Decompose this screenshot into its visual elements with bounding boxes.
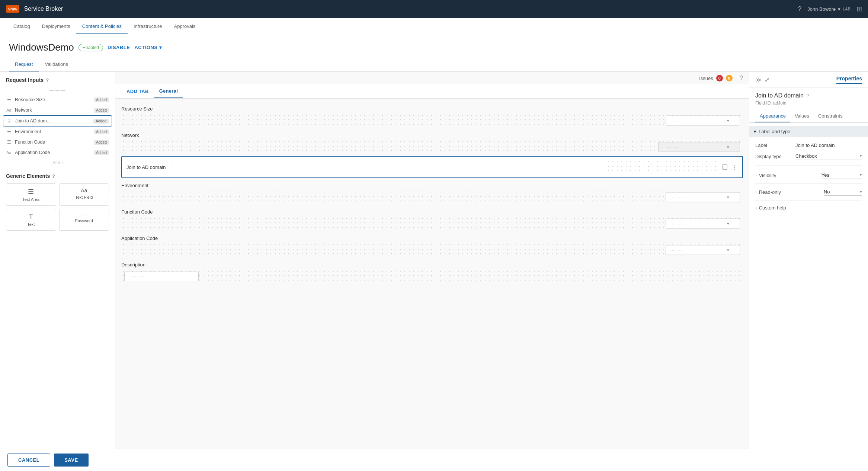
- element-text-area[interactable]: ☰ Text Area: [6, 183, 56, 206]
- issues-red-badge: 0: [716, 75, 723, 81]
- props-expand-icon[interactable]: ⤢: [765, 76, 769, 83]
- element-text-field[interactable]: Aa Text Field: [59, 183, 109, 206]
- custom-help-label: Custom help: [759, 205, 786, 211]
- description-field-label: Description: [121, 259, 743, 269]
- function-code-field-label: Function Code: [121, 206, 743, 216]
- form-body: Resource Size · · · · · · · ▾ Network: [115, 99, 749, 290]
- visibility-row[interactable]: › Visibility Yes ▾: [755, 169, 862, 182]
- page-header: WindowsDemo Enabled DISABLE ACTIONS Requ…: [0, 34, 868, 72]
- help-icon[interactable]: ?: [798, 5, 801, 13]
- nav-deployments[interactable]: Deployments: [36, 19, 76, 34]
- input-application-code[interactable]: Aa Application Code Added: [3, 147, 112, 158]
- resource-size-select[interactable]: · · · · · · · ▾: [666, 116, 740, 126]
- issues-yellow-badge: 0: [726, 75, 733, 81]
- app-code-select[interactable]: · · · · · · · ▾: [666, 245, 740, 255]
- issues-help-icon[interactable]: ?: [740, 75, 743, 81]
- readonly-expand-arrow: ›: [755, 190, 757, 194]
- props-collapse-icon[interactable]: ≫: [755, 76, 762, 83]
- tab-values[interactable]: Values: [790, 110, 814, 122]
- props-field-name-text: Join to AD domain: [755, 92, 804, 99]
- input-environment[interactable]: ☰ Environment Added: [3, 126, 112, 137]
- display-type-value: Checkbox: [795, 153, 817, 159]
- user-info[interactable]: John Bowdre ▾ LAB: [807, 6, 851, 12]
- resource-size-icon: ☰: [6, 97, 12, 102]
- nav-catalog[interactable]: Catalog: [7, 19, 36, 34]
- join-ad-more-icon[interactable]: ⋮: [732, 164, 738, 171]
- input-network[interactable]: Aa Network Added: [3, 105, 112, 115]
- description-select[interactable]: · · · · · · ·: [124, 272, 199, 281]
- function-code-dots: · · · · · · · ▾: [121, 216, 743, 231]
- environment-select[interactable]: · · · · · · · ▾: [666, 192, 740, 202]
- description-dots: · · · · · · ·: [121, 269, 743, 284]
- tab-constraints[interactable]: Constraints: [814, 110, 847, 122]
- input-list: ☰ Resource Size Added Aa Network Added ☑…: [0, 94, 115, 158]
- input-resource-size[interactable]: ☰ Resource Size Added: [3, 94, 112, 105]
- function-code-icon: ☰: [6, 140, 12, 145]
- custom-help-expand-arrow: ›: [755, 206, 757, 210]
- general-tab[interactable]: General: [154, 84, 183, 98]
- readonly-value: No: [824, 189, 830, 195]
- readonly-row[interactable]: › Read-only No ▾: [755, 185, 862, 199]
- generic-help-icon[interactable]: ?: [52, 173, 55, 179]
- app-title: Service Broker: [24, 6, 63, 12]
- cancel-button[interactable]: CANCEL: [7, 454, 50, 467]
- form-field-join-ad[interactable]: Join to AD domain · ⋮: [121, 156, 743, 178]
- vmw-logo: vmw: [6, 5, 19, 13]
- form-field-environment: Environment · · · · · · · ▾: [121, 180, 743, 205]
- app-code-badge: Added: [94, 150, 109, 155]
- user-name: John Bowdre: [807, 6, 836, 12]
- password-label: Password: [75, 218, 93, 223]
- function-code-select[interactable]: · · · · · · · ▾: [666, 219, 740, 229]
- form-field-network: Network · · · · · · · · ▾: [121, 129, 743, 154]
- grid-icon[interactable]: ⊞: [856, 5, 862, 13]
- nav-infrastructure[interactable]: Infrastructure: [128, 19, 168, 34]
- inputs-help-icon[interactable]: ?: [46, 77, 49, 83]
- function-code-label: Function Code: [15, 140, 91, 145]
- nav-content-policies[interactable]: Content & Policies: [76, 19, 128, 34]
- tab-request[interactable]: Request: [9, 58, 39, 71]
- props-controls: ≫ ⤢: [755, 76, 769, 83]
- inputs-header-text: Request Inputs: [6, 77, 44, 83]
- environment-icon: ☰: [6, 129, 12, 134]
- readonly-select[interactable]: No ▾: [824, 188, 862, 196]
- custom-help-row[interactable]: › Custom help: [755, 202, 862, 214]
- actions-button[interactable]: ACTIONS: [134, 45, 162, 50]
- visibility-select[interactable]: Yes ▾: [821, 172, 862, 179]
- tab-appearance[interactable]: Appearance: [755, 110, 790, 122]
- user-dropdown[interactable]: ▾: [838, 6, 840, 12]
- generic-elements: Generic Elements ? ☰ Text Area Aa Text F…: [0, 168, 115, 236]
- form-field-function-code: Function Code · · · · · · · ▾: [121, 206, 743, 231]
- label-row: Label Join to AD domain: [755, 140, 862, 150]
- props-field-help-icon[interactable]: ?: [807, 93, 810, 99]
- text-area-label: Text Area: [22, 197, 39, 202]
- input-function-code[interactable]: ☰ Function Code Added: [3, 137, 112, 147]
- nav-approvals[interactable]: Approvals: [168, 19, 202, 34]
- text-field-icon: Aa: [81, 188, 87, 193]
- save-button[interactable]: SAVE: [54, 454, 88, 467]
- top-bar-right: ? John Bowdre ▾ LAB ⊞: [798, 5, 862, 13]
- network-select[interactable]: · · · · · · · · ▾: [658, 142, 740, 152]
- element-password[interactable]: ···· Password: [59, 209, 109, 231]
- disable-button[interactable]: DISABLE: [108, 45, 130, 50]
- readonly-label: Read-only: [759, 189, 781, 195]
- join-ad-badge: Added: [93, 119, 109, 124]
- display-type-select[interactable]: Checkbox ▾: [795, 153, 862, 160]
- props-tabs: Appearance Values Constraints: [749, 110, 868, 123]
- environment-badge: Added: [94, 129, 109, 134]
- add-tab-button[interactable]: ADD TAB: [121, 85, 154, 98]
- text-field-label: Text Field: [75, 195, 93, 199]
- network-field-label: Network: [121, 129, 743, 140]
- join-ad-checkbox[interactable]: [722, 164, 727, 170]
- left-panel: Request Inputs ? — — — ☰ Resource Size A…: [0, 72, 115, 471]
- section-label-type[interactable]: ▾ Label and type: [749, 126, 868, 137]
- network-badge: Added: [94, 108, 109, 113]
- input-join-ad[interactable]: ☑ Join to AD dom... Added: [3, 115, 112, 126]
- join-ad-content: Join to AD domain ·: [126, 164, 172, 170]
- tab-validations[interactable]: Validations: [39, 58, 74, 71]
- generic-elements-header: Generic Elements ?: [6, 173, 109, 183]
- issues-label: Issues: [699, 76, 713, 81]
- element-text[interactable]: T Text: [6, 209, 56, 231]
- user-org: LAB: [843, 7, 851, 11]
- form-field-description: Description · · · · · · ·: [121, 259, 743, 284]
- visibility-value: Yes: [821, 172, 829, 178]
